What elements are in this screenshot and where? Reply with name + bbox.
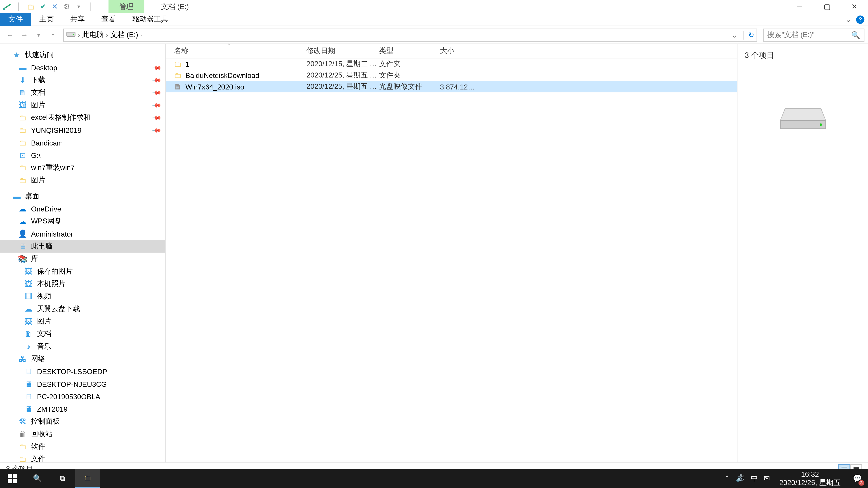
file-row[interactable]: 🗀1 2020/12/15, 星期二 1... 文件夹 [166, 58, 737, 70]
sidebar-item-label: win7重装win7 [31, 163, 74, 173]
sidebar-item-wps[interactable]: ☁WPS网盘 [0, 215, 165, 228]
sidebar-item-label: 音乐 [37, 341, 51, 352]
up-button[interactable]: ↑ [46, 28, 60, 41]
sidebar-item-administrator[interactable]: 👤Administrator [0, 228, 165, 240]
system-tray: ⌃ 🔊 中 ✉ 16:32 2020/12/25, 星期五 💬3 [724, 470, 868, 487]
ribbon-collapse-icon[interactable]: ⌄ [845, 15, 851, 24]
sidebar-item-label: 天翼云盘下载 [37, 304, 80, 314]
file-type: 文件夹 [379, 70, 440, 80]
sidebar-item-recycle[interactable]: 🗑回收站 [0, 428, 165, 440]
qat-dropdown-icon[interactable]: ▾ [74, 2, 84, 11]
sidebar-item-tianyi[interactable]: ☁天翼云盘下载 [0, 303, 165, 315]
chevron-right-icon[interactable]: › [78, 32, 80, 38]
sidebar-item-net-pc[interactable]: 🖥PC-20190530OBLA [0, 390, 165, 402]
sidebar-item-net-pc[interactable]: 🖥ZMT2019 [0, 403, 165, 415]
refresh-icon[interactable]: ↻ [748, 31, 754, 39]
sidebar-item-network[interactable]: 🖧网络 [0, 353, 165, 365]
tab-view[interactable]: 查看 [93, 13, 124, 26]
tab-file[interactable]: 文件 [0, 13, 31, 26]
minimize-button[interactable]: ─ [786, 0, 813, 13]
maximize-button[interactable]: ▢ [813, 0, 840, 13]
gear-icon[interactable]: ⚙ [62, 2, 71, 11]
sidebar-item-control-panel[interactable]: 🛠控制面板 [0, 415, 165, 428]
column-header-type[interactable]: 类型 [379, 46, 440, 56]
folder-icon[interactable]: 🗀 [26, 2, 36, 11]
tab-share[interactable]: 共享 [62, 13, 93, 26]
close-button[interactable]: ✕ [841, 0, 868, 13]
sidebar-item-pictures2[interactable]: 🗀图片 [0, 174, 165, 186]
taskbar-clock[interactable]: 16:32 2020/12/25, 星期五 [776, 470, 844, 487]
column-header-date[interactable]: 修改日期 [307, 46, 379, 56]
sidebar-item-onedrive[interactable]: ☁OneDrive [0, 203, 165, 215]
file-row[interactable]: 🗀BaiduNetdiskDownload 2020/12/25, 星期五 1.… [166, 70, 737, 81]
pc-icon: 🖥 [18, 241, 27, 251]
quick-access-root[interactable]: ★ 快速访问 [0, 49, 165, 61]
check-icon[interactable]: ✔ [38, 2, 48, 11]
sidebar-item-files[interactable]: 🗀文件 [0, 453, 165, 462]
volume-icon[interactable]: 🔊 [736, 474, 745, 483]
sidebar-item-net-pc[interactable]: 🖥DESKTOP-NJEU3CG [0, 378, 165, 390]
sidebar-item-win7[interactable]: 🗀win7重装win7 [0, 162, 165, 174]
sidebar-item-documents[interactable]: 🗎文档📌 [0, 86, 165, 99]
qat-separator-icon: │ [14, 2, 24, 11]
sidebar-item-label: 回收站 [31, 429, 53, 439]
sidebar-item-library[interactable]: 📚库 [0, 253, 165, 265]
search-icon[interactable]: 🔍 [851, 31, 860, 39]
recent-dropdown-icon[interactable]: ▾ [32, 28, 45, 41]
notification-center-button[interactable]: 💬3 [850, 471, 864, 486]
mail-icon[interactable]: ✉ [764, 474, 770, 483]
breadcrumb[interactable]: › 此电脑 › 文档 (E:) › ⌄ │ ↻ [63, 28, 757, 41]
sidebar-item-label: 网络 [31, 354, 45, 364]
title-bar: │ 🗀 ✔ ✕ ⚙ ▾ │ 管理 文档 (E:) ─ ▢ ✕ [0, 0, 868, 13]
sidebar-item-saved-pictures[interactable]: 🖼保存的图片 [0, 265, 165, 278]
sidebar-item-label: 图片 [31, 100, 45, 110]
sidebar-item-this-pc[interactable]: 🖥此电脑 [0, 240, 165, 253]
search-input[interactable]: 搜索"文档 (E:)" 🔍 [763, 28, 864, 41]
search-button[interactable]: 🔍 [25, 469, 50, 488]
sidebar-item-pictures[interactable]: 🖼图片📌 [0, 99, 165, 111]
svg-point-5 [819, 123, 822, 126]
task-view-button[interactable]: ⧉ [50, 469, 75, 488]
back-button[interactable]: ← [4, 28, 17, 41]
sidebar-item-net-pc[interactable]: 🖥DESKTOP-LSSOEDP [0, 365, 165, 378]
navigation-bar: ← → ▾ ↑ › 此电脑 › 文档 (E:) › ⌄ │ ↻ 搜索"文档 (E… [0, 26, 868, 44]
file-date: 2020/12/15, 星期二 1... [307, 59, 379, 69]
sidebar-item-g-drive[interactable]: ⊡G:\ [0, 149, 165, 161]
sidebar-item-excel[interactable]: 🗀excel表格制作求和📌 [0, 111, 165, 124]
sidebar-item-bandicam[interactable]: 🗀Bandicam [0, 136, 165, 149]
sidebar-item-desktop[interactable]: ▬Desktop📌 [0, 61, 165, 74]
breadcrumb-this-pc[interactable]: 此电脑 [82, 30, 104, 40]
ime-indicator[interactable]: 中 [751, 473, 758, 484]
sidebar-item-downloads[interactable]: ⬇下载📌 [0, 74, 165, 86]
folder-icon: 🗀 [18, 442, 27, 451]
desktop-icon: ▬ [12, 192, 22, 201]
explorer-taskbar-button[interactable]: 🗀 [75, 469, 100, 488]
column-header-name[interactable]: 名称⌃ [174, 46, 307, 56]
sidebar-item-docs-lib[interactable]: 🗎文档 [0, 328, 165, 340]
chevron-right-icon[interactable]: › [141, 32, 143, 38]
sidebar-item-software[interactable]: 🗀软件 [0, 440, 165, 453]
file-row[interactable]: 🗎Win7x64_2020.iso 2020/12/25, 星期五 1... 光… [166, 81, 737, 92]
file-name: 1 [185, 60, 189, 68]
sidebar-item-pictures-lib[interactable]: 🖼图片 [0, 315, 165, 328]
documents-icon: 🗎 [18, 88, 27, 97]
sidebar-item-music[interactable]: ♪音乐 [0, 340, 165, 353]
notification-badge: 3 [858, 480, 865, 486]
sidebar-item-camera-roll[interactable]: 🖼本机照片 [0, 278, 165, 290]
ribbon-context-tab[interactable]: 管理 [108, 0, 144, 13]
start-button[interactable] [0, 469, 25, 488]
column-header-size[interactable]: 大小 [440, 46, 475, 56]
iso-file-icon: 🗎 [174, 82, 182, 91]
tab-drive-tools[interactable]: 驱动器工具 [124, 13, 177, 26]
forward-button[interactable]: → [18, 28, 31, 41]
tab-home[interactable]: 主页 [31, 13, 62, 26]
close-x-icon[interactable]: ✕ [50, 2, 60, 11]
sidebar-item-yunqishi[interactable]: 🗀YUNQISHI2019📌 [0, 124, 165, 136]
sidebar-item-videos[interactable]: 🎞视频 [0, 290, 165, 302]
breadcrumb-drive[interactable]: 文档 (E:) [110, 30, 138, 40]
help-icon[interactable]: ? [856, 15, 864, 24]
chevron-right-icon[interactable]: › [106, 32, 108, 38]
desktop-root[interactable]: ▬桌面 [0, 190, 165, 202]
tray-overflow-icon[interactable]: ⌃ [724, 474, 730, 483]
address-dropdown-icon[interactable]: ⌄ [730, 31, 739, 39]
